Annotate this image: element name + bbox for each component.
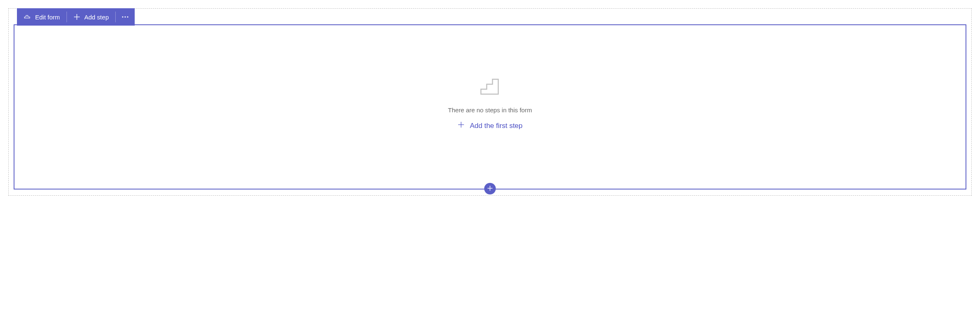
edit-form-label: Edit form — [35, 14, 60, 21]
svg-point-4 — [127, 16, 128, 17]
add-first-step-button[interactable]: Add the first step — [457, 121, 523, 130]
form-toolbar: Edit form Add step — [17, 8, 135, 26]
more-icon — [121, 14, 129, 20]
svg-point-2 — [122, 16, 124, 17]
edit-form-button[interactable]: Edit form — [17, 8, 67, 26]
add-step-label: Add step — [84, 14, 109, 21]
empty-state-message: There are no steps in this form — [448, 107, 532, 114]
more-actions-button[interactable] — [116, 8, 135, 26]
svg-point-3 — [125, 16, 126, 17]
plus-icon — [457, 121, 465, 130]
plus-icon — [74, 14, 80, 20]
form-canvas-container: Edit form Add step — [8, 8, 972, 196]
add-step-fab[interactable] — [484, 183, 496, 194]
form-icon — [24, 13, 31, 21]
plus-icon — [487, 185, 493, 192]
steps-icon — [478, 75, 502, 100]
add-first-step-label: Add the first step — [470, 122, 523, 130]
empty-state: There are no steps in this form Add the … — [448, 75, 532, 130]
form-steps-panel: There are no steps in this form Add the … — [14, 24, 966, 189]
add-step-button[interactable]: Add step — [67, 8, 115, 26]
